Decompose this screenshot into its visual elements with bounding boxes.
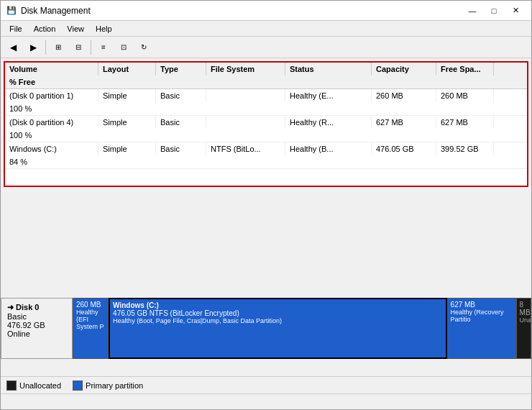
cell-status-1: Healthy (E... (285, 89, 372, 102)
back-button[interactable]: ◀ (4, 39, 22, 56)
col-filesystem[interactable]: File System (206, 63, 285, 76)
cell-status-3: Healthy (B... (285, 142, 372, 155)
unallocated-color (6, 381, 17, 391)
cell-capacity-3: 476.05 GB (372, 142, 436, 155)
partition-efi[interactable]: 260 MB Healthy (EFI System P (73, 298, 109, 359)
table-row[interactable]: (Disk 0 partition 4) Simple Basic Health… (5, 116, 527, 142)
menu-action[interactable]: Action (28, 23, 62, 35)
efi-size: 260 MB (76, 301, 105, 309)
title-bar: 💾 Disk Management — □ ✕ (1, 1, 531, 21)
toolbar-separator-1 (45, 40, 46, 55)
col-layout[interactable]: Layout (98, 63, 156, 76)
cell-type-2: Basic (156, 116, 206, 129)
disk-size: 476.92 GB (7, 321, 66, 329)
col-free[interactable]: Free Spa... (436, 63, 494, 76)
disk-0-row: ➜ Disk 0 Basic 476.92 GB Online 260 MB H… (1, 298, 531, 359)
disk-name: ➜ Disk 0 (7, 303, 66, 312)
col-type[interactable]: Type (156, 63, 206, 76)
window-title: Disk Management (21, 6, 91, 16)
cell-status-2: Healthy (R... (285, 116, 372, 129)
menu-file[interactable]: File (4, 23, 28, 35)
maximize-button[interactable]: □ (484, 3, 504, 19)
recovery-size: 627 MB (451, 301, 513, 309)
unalloc-status: Unalloc... (520, 316, 528, 324)
windows-name: Windows (C:) (113, 301, 442, 309)
col-status[interactable]: Status (285, 63, 372, 76)
partition-unallocated[interactable]: 8 MB Unalloc... (516, 298, 531, 359)
toolbar: ◀ ▶ ⊞ ⊟ ≡ ⊡ ↻ (1, 37, 531, 58)
legend-primary: Primary partition (73, 381, 143, 391)
cell-free-3: 399.52 GB (436, 142, 494, 155)
menu-view[interactable]: View (61, 23, 90, 35)
table-header: Volume Layout Type File System Status Ca… (5, 63, 527, 89)
cell-volume-3: Windows (C:) (5, 142, 98, 155)
main-window: 💾 Disk Management — □ ✕ File Action View… (0, 0, 532, 410)
cell-volume-1: (Disk 0 partition 1) (5, 89, 98, 102)
legend-primary-label: Primary partition (86, 381, 143, 390)
minimize-button[interactable]: — (462, 3, 482, 19)
windows-size: 476.05 GB NTFS (BitLocker Encrypted) (113, 309, 442, 317)
toolbar-btn-5[interactable]: ≡ (94, 39, 113, 56)
cell-layout-3: Simple (98, 142, 156, 155)
col-capacity[interactable]: Capacity (372, 63, 436, 76)
cell-volume-2: (Disk 0 partition 4) (5, 116, 98, 129)
legend-unallocated-label: Unallocated (19, 381, 61, 390)
cell-fs-3: NTFS (BitLo... (206, 142, 285, 155)
middle-spacer (1, 190, 531, 283)
cell-fs-1 (206, 89, 285, 102)
window-controls: — □ ✕ (462, 3, 526, 19)
menu-help[interactable]: Help (90, 23, 118, 35)
table-row[interactable]: (Disk 0 partition 1) Simple Basic Health… (5, 89, 527, 116)
partition-recovery[interactable]: 627 MB Healthy (Recovery Partitio (447, 298, 516, 359)
toolbar-btn-4[interactable]: ⊟ (69, 39, 88, 56)
cell-layout-2: Simple (98, 116, 156, 129)
toolbar-btn-7[interactable]: ↻ (134, 39, 153, 56)
disk-area: ➜ Disk 0 Basic 476.92 GB Online 260 MB H… (1, 283, 531, 377)
disk-partitions: 260 MB Healthy (EFI System P Windows (C:… (73, 298, 531, 359)
legend-unallocated: Unallocated (6, 381, 61, 391)
toolbar-btn-6[interactable]: ⊡ (114, 39, 133, 56)
content-area: Volume Layout Type File System Status Ca… (1, 58, 531, 393)
windows-status: Healthy (Boot, Page File, Cras|­Dump, Ba… (113, 317, 442, 324)
status-bar (1, 393, 531, 409)
toolbar-btn-3[interactable]: ⊞ (49, 39, 68, 56)
legend-bar: Unallocated Primary partition (1, 376, 531, 393)
toolbar-separator-2 (91, 40, 91, 55)
disk-type: Basic (7, 312, 66, 321)
partition-windows[interactable]: Windows (C:) 476.05 GB NTFS (BitLocker E… (109, 298, 446, 359)
title-bar-left: 💾 Disk Management (6, 6, 91, 16)
col-pct[interactable]: % Free (5, 76, 98, 88)
unalloc-size: 8 MB (520, 301, 528, 316)
recovery-status: Healthy (Recovery Partitio (451, 309, 513, 323)
cell-free-2: 627 MB (436, 116, 494, 129)
cell-pct-3: 84 % (5, 155, 98, 168)
cell-pct-1: 100 % (5, 102, 98, 115)
table-row[interactable]: Windows (C:) Simple Basic NTFS (BitLo...… (5, 142, 527, 169)
disk-state: Online (7, 329, 66, 338)
col-volume[interactable]: Volume (5, 63, 98, 76)
close-button[interactable]: ✕ (505, 3, 526, 19)
cell-type-3: Basic (156, 142, 206, 155)
forward-button[interactable]: ▶ (24, 39, 42, 56)
menu-bar: File Action View Help (1, 21, 531, 37)
window-icon: 💾 (6, 6, 17, 15)
disk-label: ➜ Disk 0 Basic 476.92 GB Online (1, 298, 73, 359)
volume-table-panel: Volume Layout Type File System Status Ca… (4, 61, 528, 187)
cell-pct-2: 100 % (5, 129, 98, 142)
cell-capacity-2: 627 MB (372, 116, 436, 129)
cell-free-1: 260 MB (436, 89, 494, 102)
cell-fs-2 (206, 116, 285, 129)
cell-capacity-1: 260 MB (372, 89, 436, 102)
efi-status: Healthy (EFI System P (76, 309, 105, 330)
cell-type-1: Basic (156, 89, 206, 102)
primary-color (73, 381, 83, 391)
cell-layout-1: Simple (98, 89, 156, 102)
